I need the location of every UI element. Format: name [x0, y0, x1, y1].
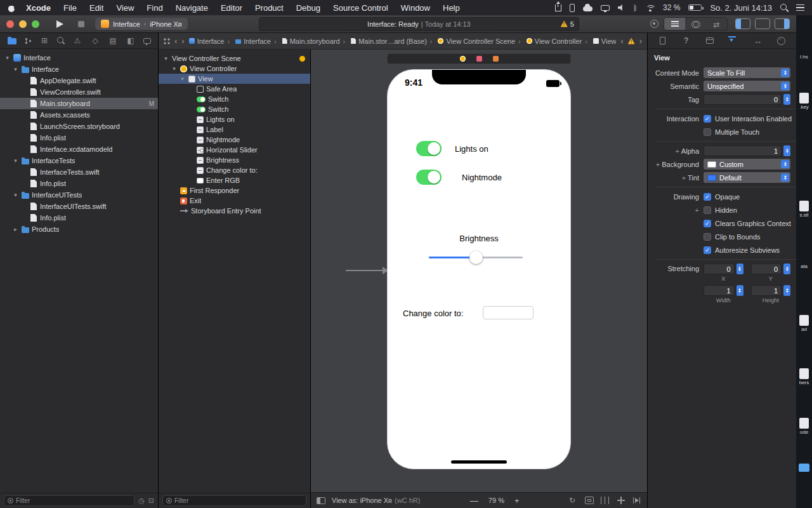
run-button[interactable]	[52, 18, 67, 30]
background-popup[interactable]: Custom	[704, 159, 790, 170]
outline-row[interactable]: Switch	[159, 94, 310, 104]
menu-item[interactable]: Help	[436, 3, 466, 13]
storyboard-canvas[interactable]: 9:41 Lights on Nightmode Brightness	[311, 50, 647, 492]
outline-row[interactable]: Lights on	[159, 114, 310, 124]
menu-item[interactable]: Navigate	[169, 3, 214, 13]
outline-row[interactable]: Brightness	[159, 155, 310, 165]
embed-in-stack-icon[interactable]	[585, 497, 594, 504]
file-row[interactable]: Interface	[0, 52, 158, 64]
tint-popup[interactable]: Default	[704, 172, 790, 183]
clip-to-bounds-checkbox[interactable]	[704, 233, 711, 241]
reports-icon[interactable]	[143, 38, 151, 44]
content-mode-popup[interactable]: Scale To Fill	[704, 67, 790, 78]
disclosure-triangle-icon[interactable]	[12, 192, 19, 198]
disclosure-triangle-icon[interactable]	[171, 65, 178, 72]
scm-filter-icon[interactable]: ⊡	[148, 497, 154, 505]
spotlight-icon[interactable]	[780, 4, 788, 11]
alpha-field[interactable]: 1	[704, 145, 782, 156]
outline-row[interactable]: Storyboard Entry Point	[159, 206, 310, 216]
zoom-button[interactable]	[32, 20, 39, 28]
scheme-selector[interactable]: Interface › iPhone Xʀ	[95, 18, 188, 30]
desktop-item[interactable]	[796, 464, 812, 473]
file-row[interactable]: Main.storyboard M	[0, 98, 158, 109]
share-icon[interactable]	[555, 4, 561, 11]
battery-icon[interactable]	[688, 4, 702, 11]
attributes-inspector-icon[interactable]	[728, 36, 740, 46]
breadcrumb-item[interactable]: View Controller Scene	[427, 37, 515, 45]
zoom-out-button[interactable]: —	[470, 496, 478, 505]
recent-files-icon[interactable]: ◷	[138, 497, 145, 505]
brightness-slider[interactable]	[429, 257, 523, 258]
target-icon[interactable]	[650, 20, 658, 28]
outline-row[interactable]: Switch	[159, 104, 310, 114]
desktop-item[interactable]: l.hs	[796, 55, 812, 60]
add-keypath-button[interactable]: +	[695, 206, 699, 214]
multiple-touch-checkbox[interactable]	[704, 128, 711, 136]
disclosure-triangle-icon[interactable]	[12, 157, 19, 164]
desktop-item[interactable]: ad	[796, 315, 812, 333]
source-control-icon[interactable]	[25, 37, 32, 44]
file-row[interactable]: Interface	[0, 64, 158, 75]
nightmode-label[interactable]: Nightmode	[462, 173, 502, 182]
menu-item[interactable]: Editor	[214, 3, 249, 13]
add-constraints-icon[interactable]	[617, 497, 625, 504]
volume-icon[interactable]	[618, 4, 625, 11]
document-outline-toggle-icon[interactable]	[317, 497, 325, 504]
menu-item[interactable]: Source Control	[327, 3, 395, 13]
storyboard-entry-point-arrow[interactable]	[346, 270, 383, 271]
zoom-in-button[interactable]: +	[514, 496, 520, 505]
file-row[interactable]: InterfaceUITests.swift	[0, 201, 158, 212]
tag-field[interactable]: 0	[704, 94, 782, 105]
breadcrumb-item[interactable]: View	[582, 37, 616, 45]
view-as-label[interactable]: View as: iPhone Xʀ(wC hR)	[332, 497, 420, 504]
file-row[interactable]: InterfaceTests.swift	[0, 166, 158, 178]
breakpoints-icon[interactable]	[126, 36, 136, 46]
outline-row[interactable]: Nightmode	[159, 135, 310, 145]
add-keypath-button[interactable]: +	[682, 174, 686, 182]
outline-row[interactable]: View	[159, 74, 310, 84]
stretch-x-stepper[interactable]	[737, 264, 743, 274]
semantic-popup[interactable]: Unspecified	[704, 81, 790, 91]
lights-switch[interactable]	[416, 141, 442, 156]
breadcrumb-item[interactable]: Interface	[189, 37, 225, 45]
outline-row[interactable]: Exit	[159, 196, 310, 206]
file-inspector-icon[interactable]	[657, 36, 668, 46]
desktop-item[interactable]: ode	[796, 418, 812, 436]
symbols-icon[interactable]	[39, 36, 49, 46]
next-issue-button[interactable]: ›	[639, 37, 642, 45]
size-inspector-icon[interactable]	[752, 36, 763, 46]
cloud-icon[interactable]	[583, 6, 593, 11]
menu-item[interactable]: Find	[140, 3, 169, 13]
rgb-text-field[interactable]	[483, 306, 534, 319]
outline-row[interactable]: Horizontal Slider	[159, 145, 310, 155]
brightness-label[interactable]: Brightness	[388, 234, 570, 243]
outline-row[interactable]: Safe Area	[159, 84, 310, 94]
iphone-canvas[interactable]: 9:41 Lights on Nightmode Brightness	[387, 69, 571, 469]
breadcrumb-item[interactable]: View Controller	[515, 37, 582, 45]
outline-row[interactable]: Enter RGB	[159, 175, 310, 185]
outline-row[interactable]: Change color to:	[159, 165, 310, 175]
add-keypath-button[interactable]: +	[675, 147, 679, 155]
desktop-item[interactable]: .key	[796, 93, 812, 110]
opaque-checkbox[interactable]	[704, 193, 711, 201]
apple-menu-icon[interactable]	[8, 4, 16, 12]
navigator-toggle-button[interactable]	[735, 18, 750, 29]
forward-button[interactable]: ›	[181, 37, 184, 45]
desktop-item[interactable]: ata	[796, 264, 812, 270]
exit-icon[interactable]	[493, 56, 499, 62]
breadcrumb-item[interactable]: Main.storyboard	[271, 37, 340, 45]
outline-row[interactable]: View Controller	[159, 64, 310, 74]
menu-item[interactable]: Window	[395, 3, 436, 13]
disclosure-triangle-icon[interactable]	[162, 55, 169, 62]
debug-area-toggle-button[interactable]	[755, 18, 770, 29]
file-row[interactable]: Products	[0, 224, 158, 235]
identity-inspector-icon[interactable]	[704, 36, 716, 46]
change-color-label[interactable]: Change color to:	[403, 309, 463, 318]
iphone-icon[interactable]	[570, 4, 575, 12]
stretch-width-field[interactable]: 1	[704, 285, 735, 296]
stretch-height-stepper[interactable]	[783, 285, 790, 296]
stretch-width-stepper[interactable]	[737, 285, 743, 296]
close-button[interactable]	[6, 20, 14, 28]
debug-icon[interactable]	[108, 36, 118, 46]
clears-graphics-checkbox[interactable]	[704, 220, 711, 227]
